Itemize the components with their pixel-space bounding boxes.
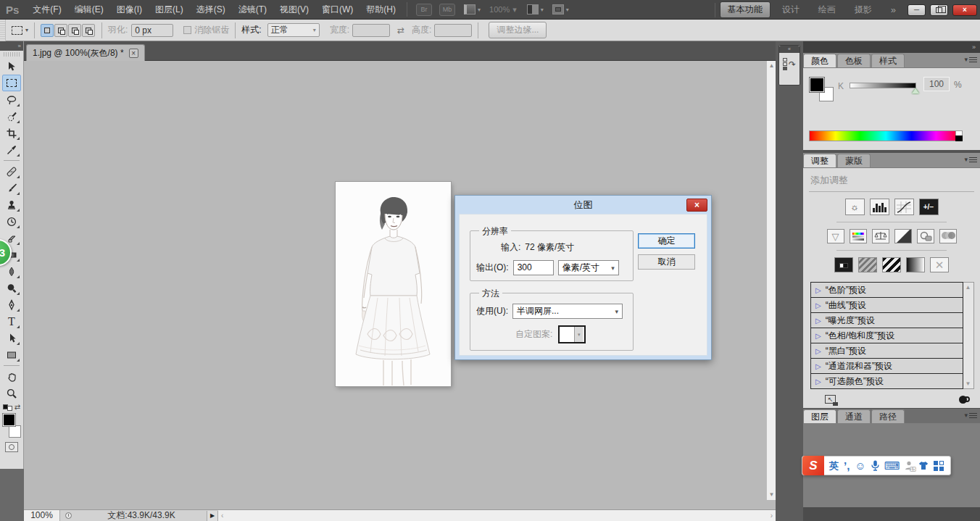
output-resolution-input[interactable]: 300 xyxy=(513,260,554,275)
background-color-swatch[interactable] xyxy=(9,425,21,438)
brush-tool[interactable] xyxy=(2,180,21,196)
ime-toolbox-button[interactable] xyxy=(934,461,944,471)
preset-curves[interactable]: ▷“曲线”预设 xyxy=(810,298,963,313)
use-method-select[interactable]: 半调网屏... ▾ xyxy=(512,304,623,319)
tab-adjustments[interactable]: 调整 xyxy=(803,154,836,167)
quick-mask-button[interactable] xyxy=(5,442,18,452)
expander-icon[interactable]: ▷ xyxy=(815,286,821,294)
bridge-button[interactable]: Br xyxy=(416,4,432,16)
hue-saturation-button[interactable] xyxy=(850,229,867,243)
canvas-horizontal-scrollbar[interactable]: ‹ › xyxy=(218,510,776,521)
ime-keyboard-button[interactable]: ⌨ xyxy=(884,459,900,472)
document-tab[interactable]: 1.jpg @ 100%(灰色/8) * × xyxy=(26,44,145,61)
workspace-design-button[interactable]: 设计 xyxy=(775,2,807,17)
tab-styles[interactable]: 样式 xyxy=(871,54,905,67)
ime-skin-button[interactable] xyxy=(918,461,929,470)
spectrum-black-swatch[interactable] xyxy=(955,136,963,141)
spot-healing-brush-tool[interactable] xyxy=(2,163,21,180)
tab-channels[interactable]: 通道 xyxy=(837,409,871,423)
status-zoom-field[interactable]: 100% xyxy=(24,510,60,521)
mini-panel-collapse[interactable]: « xyxy=(779,46,800,53)
scroll-up-icon[interactable]: ▲ xyxy=(963,284,973,291)
tab-paths[interactable]: 路径 xyxy=(871,409,905,423)
menu-file[interactable]: 文件(F) xyxy=(26,0,67,20)
scroll-right-icon[interactable]: › xyxy=(771,512,773,520)
menu-help[interactable]: 帮助(H) xyxy=(360,0,402,20)
sogou-logo[interactable]: S xyxy=(802,456,824,475)
expander-icon[interactable]: ▷ xyxy=(815,378,821,385)
swap-dimensions-icon[interactable]: ⇄ xyxy=(397,25,404,36)
preset-selective-color[interactable]: ▷“可选颜色”预设 xyxy=(810,374,963,389)
ime-language-button[interactable]: 英 xyxy=(829,459,839,472)
quick-selection-tool[interactable] xyxy=(2,108,21,125)
tool-preset-picker[interactable]: ▾ xyxy=(12,26,28,35)
antialias-checkbox[interactable]: 消除锯齿 xyxy=(183,24,229,36)
exposure-button[interactable]: +/− xyxy=(919,199,939,215)
channel-mixer-button[interactable] xyxy=(939,229,957,243)
tools-panel-collapse[interactable]: » xyxy=(0,41,23,51)
selection-subtract-button[interactable] xyxy=(68,24,81,37)
height-input[interactable] xyxy=(434,24,472,37)
tab-swatches[interactable]: 色板 xyxy=(837,54,871,67)
document-image[interactable] xyxy=(336,182,451,386)
mini-bridge-button[interactable]: Mb xyxy=(439,4,455,16)
blur-tool[interactable] xyxy=(2,263,21,280)
output-unit-select[interactable]: 像素/英寸 ▾ xyxy=(558,260,619,275)
k-value-input[interactable]: 100 xyxy=(923,77,950,91)
ime-account-button[interactable]: 15 xyxy=(905,461,913,470)
preset-hue-saturation[interactable]: ▷“色相/饱和度”预设 xyxy=(810,328,963,343)
feather-input[interactable]: 0 px xyxy=(131,24,173,37)
rectangular-marquee-tool[interactable] xyxy=(2,75,21,91)
tab-layers[interactable]: 图层 xyxy=(803,409,836,423)
expander-icon[interactable]: ▷ xyxy=(815,317,821,325)
menu-window[interactable]: 窗口(W) xyxy=(315,0,360,20)
selection-intersect-button[interactable] xyxy=(82,24,95,37)
ime-emoji-button[interactable]: ☺ xyxy=(855,459,865,472)
menu-edit[interactable]: 编辑(E) xyxy=(68,0,110,20)
black-white-button[interactable] xyxy=(894,229,912,243)
minimize-button[interactable]: ─ xyxy=(908,4,926,16)
cancel-button[interactable]: 取消 xyxy=(638,254,695,270)
scroll-left-icon[interactable]: ‹ xyxy=(221,512,223,520)
k-slider[interactable] xyxy=(850,83,916,88)
view-extras-button[interactable]: ▾ xyxy=(464,4,481,14)
history-brush-tool[interactable] xyxy=(2,213,21,230)
workspace-overflow-button[interactable]: » xyxy=(884,3,903,17)
expander-icon[interactable]: ▷ xyxy=(815,347,821,355)
zoom-level-button[interactable]: 100% ▾ xyxy=(489,5,517,14)
tab-color[interactable]: 颜色 xyxy=(803,54,836,67)
history-panel-icon[interactable]: ↷ xyxy=(783,57,796,71)
posterize-button[interactable] xyxy=(858,257,877,272)
color-panel-menu-button[interactable]: ▾ xyxy=(964,56,977,63)
collapsed-history-panel[interactable]: « ↷ xyxy=(778,45,800,86)
arrange-documents-button[interactable]: ▾ xyxy=(527,4,544,14)
document-tab-close-button[interactable]: × xyxy=(129,49,138,58)
expander-icon[interactable]: ▷ xyxy=(815,362,821,370)
ime-punctuation-button[interactable]: ’, xyxy=(844,459,850,472)
width-input[interactable] xyxy=(352,24,390,37)
clone-stamp-tool[interactable] xyxy=(2,196,21,213)
move-tool[interactable] xyxy=(2,58,21,75)
dodge-tool[interactable] xyxy=(2,280,21,296)
close-button[interactable]: × xyxy=(952,4,977,16)
hand-tool[interactable] xyxy=(2,368,21,385)
selection-new-button[interactable] xyxy=(41,24,54,37)
ime-voice-button[interactable] xyxy=(871,460,879,471)
workspace-photography-button[interactable]: 摄影 xyxy=(847,2,879,17)
eyedropper-tool[interactable] xyxy=(2,141,21,158)
workspace-painting-button[interactable]: 绘画 xyxy=(811,2,843,17)
preset-levels[interactable]: ▷“色阶”预设 xyxy=(810,283,963,298)
expanded-view-button[interactable]: ↖ xyxy=(825,395,836,404)
scroll-down-icon[interactable]: ▼ xyxy=(963,380,973,387)
selective-color-button[interactable]: ✕ xyxy=(930,257,949,272)
options-bar-grip[interactable] xyxy=(0,20,6,41)
vibrance-button[interactable]: ▽ xyxy=(827,229,844,243)
rectangle-tool[interactable] xyxy=(2,346,21,363)
clip-to-layer-button[interactable] xyxy=(959,396,970,404)
selection-add-button[interactable] xyxy=(54,24,67,37)
expander-icon[interactable]: ▷ xyxy=(815,332,821,340)
dialog-close-button[interactable]: × xyxy=(686,199,707,212)
style-select[interactable]: 正常 ▾ xyxy=(267,23,320,37)
threshold-button[interactable] xyxy=(882,257,901,272)
menu-view[interactable]: 视图(V) xyxy=(273,0,315,20)
